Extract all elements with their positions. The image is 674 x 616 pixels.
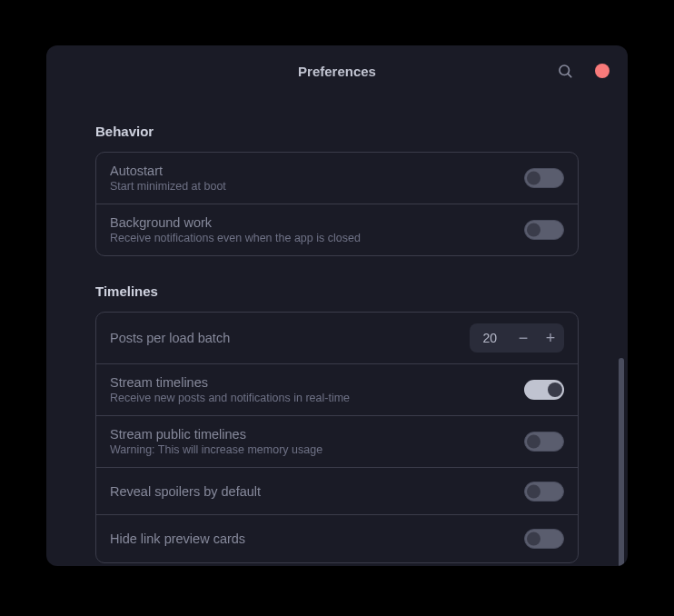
row-reveal-spoilers: Reveal spoilers by default bbox=[96, 468, 578, 515]
stream-timelines-toggle[interactable] bbox=[524, 380, 564, 400]
batch-label: Posts per load batch bbox=[110, 331, 230, 345]
section-title-timelines: Timelines bbox=[95, 283, 579, 299]
spoilers-label: Reveal spoilers by default bbox=[110, 484, 261, 499]
toggle-knob bbox=[527, 435, 540, 449]
toggle-knob bbox=[527, 532, 540, 546]
row-text: Background work Receive notifications ev… bbox=[110, 215, 361, 244]
row-text: Autostart Start minimized at boot bbox=[110, 164, 226, 193]
batch-increase-button[interactable]: + bbox=[537, 323, 564, 353]
stream-sub: Receive new posts and notifications in r… bbox=[110, 392, 350, 404]
autostart-label: Autostart bbox=[110, 164, 226, 178]
section-behavior: Behavior Autostart Start minimized at bo… bbox=[95, 124, 579, 256]
autostart-sub: Start minimized at boot bbox=[110, 180, 226, 193]
svg-line-1 bbox=[568, 74, 570, 76]
preferences-window: Preferences Behavior Autostart Start mi bbox=[46, 45, 628, 566]
group-behavior: Autostart Start minimized at boot Backgr… bbox=[95, 152, 579, 256]
row-stream-public: Stream public timelines Warning: This wi… bbox=[96, 416, 578, 468]
avatar[interactable] bbox=[595, 64, 610, 78]
toggle-knob bbox=[527, 224, 540, 237]
stream-label: Stream timelines bbox=[110, 375, 350, 390]
header-actions bbox=[557, 63, 610, 79]
page-title: Preferences bbox=[298, 64, 376, 79]
autostart-toggle[interactable] bbox=[524, 168, 564, 188]
toggle-knob bbox=[548, 383, 562, 397]
hide-link-label: Hide link preview cards bbox=[110, 532, 245, 546]
row-text: Reveal spoilers by default bbox=[110, 484, 261, 499]
row-text: Hide link preview cards bbox=[110, 532, 245, 546]
search-icon[interactable] bbox=[557, 63, 573, 79]
row-posts-per-batch: Posts per load batch 20 − + bbox=[96, 313, 578, 364]
row-text: Stream public timelines Warning: This wi… bbox=[110, 427, 322, 456]
stream-public-toggle[interactable] bbox=[524, 432, 564, 452]
toggle-knob bbox=[527, 484, 540, 498]
batch-stepper: 20 − + bbox=[470, 323, 564, 353]
row-background-work: Background work Receive notifications ev… bbox=[96, 204, 578, 255]
row-stream-timelines: Stream timelines Receive new posts and n… bbox=[96, 364, 578, 416]
toggle-knob bbox=[527, 172, 540, 185]
hide-link-preview-toggle[interactable] bbox=[524, 529, 564, 549]
reveal-spoilers-toggle[interactable] bbox=[524, 482, 564, 502]
content-area: Behavior Autostart Start minimized at bo… bbox=[46, 96, 628, 566]
batch-decrease-button[interactable]: − bbox=[510, 323, 537, 353]
stream-public-sub: Warning: This will increase memory usage bbox=[110, 443, 322, 456]
row-text: Stream timelines Receive new posts and n… bbox=[110, 375, 350, 404]
row-hide-link-preview: Hide link preview cards bbox=[96, 515, 578, 562]
section-title-behavior: Behavior bbox=[95, 124, 579, 139]
row-text: Posts per load batch bbox=[110, 331, 230, 345]
section-timelines: Timelines Posts per load batch 20 − + bbox=[95, 283, 579, 563]
stream-public-label: Stream public timelines bbox=[110, 427, 322, 442]
header: Preferences bbox=[46, 45, 628, 96]
group-timelines: Posts per load batch 20 − + Stream timel… bbox=[95, 312, 579, 563]
background-work-toggle[interactable] bbox=[524, 220, 564, 240]
row-autostart: Autostart Start minimized at boot bbox=[96, 153, 578, 204]
background-sub: Receive notifications even when the app … bbox=[110, 232, 361, 244]
background-label: Background work bbox=[110, 215, 361, 230]
scrollbar-thumb[interactable] bbox=[619, 358, 624, 566]
batch-value: 20 bbox=[470, 331, 510, 345]
scroll-container: Behavior Autostart Start minimized at bo… bbox=[46, 124, 628, 566]
